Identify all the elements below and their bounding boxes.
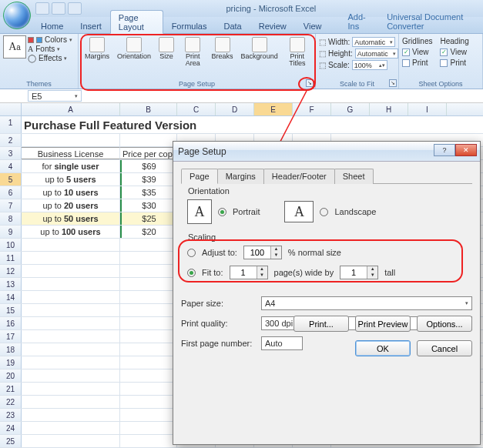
headings-header: Heading [440,37,468,45]
size-button[interactable]: Size [156,35,177,70]
headings-view-checkbox[interactable]: ✓View [440,48,468,56]
themes-icon[interactable]: Aa [3,35,26,59]
tab-page-layout[interactable]: Page Layout [110,10,163,34]
tab-view[interactable]: View [295,18,330,33]
table-header: Price per copy [120,147,177,159]
fonts-button[interactable]: AFonts▾ [28,45,72,53]
cancel-button[interactable]: Cancel [417,340,472,356]
fit-tall-spinner[interactable]: ▲▼ [340,266,378,279]
tab-data[interactable]: Data [215,18,250,33]
col-header[interactable]: E [254,103,293,115]
print-preview-button[interactable]: Print Preview [355,316,411,332]
gridlines-header: Gridlines [402,37,432,45]
dialog-tab-sheet[interactable]: Sheet [334,169,374,184]
tab-formulas[interactable]: Formulas [163,18,216,33]
qat-redo-icon[interactable] [68,2,82,15]
height-label: Height: [328,49,353,58]
col-header[interactable]: C [177,103,216,115]
tab-home[interactable]: Home [32,18,72,33]
fit-suffix: tall [384,268,395,277]
adjust-suffix: % normal size [288,248,341,257]
width-select[interactable]: Automatic▾ [352,37,395,47]
tab-insert[interactable]: Insert [72,18,110,33]
col-header[interactable]: I [408,103,447,115]
adjust-to-spinner[interactable]: ▲▼ [243,246,282,259]
ribbon: Aa Colors▾ AFonts▾ ◯Effects▾ Themes Marg… [0,34,483,89]
group-label-sheet-options: Sheet Options [399,80,482,88]
portrait-radio[interactable] [218,208,226,216]
page-setup-dialog: Page Setup ? ✕ Page Margins Header/Foote… [173,141,481,445]
col-header[interactable]: D [216,103,254,115]
margins-button[interactable]: Margins [82,35,112,70]
group-label-scale: Scale to Fit [316,80,398,88]
paper-size-select[interactable]: A4▾ [261,296,472,310]
first-page-input[interactable]: Auto [261,336,303,350]
portrait-icon: A [187,199,212,224]
width-label: Width: [328,38,350,46]
colors-button[interactable]: Colors▾ [28,35,72,44]
background-button[interactable]: Background [238,35,281,70]
office-button[interactable] [3,2,31,29]
print-area-button[interactable]: Print Area [179,35,207,70]
sheet-title: Purchase Full Featured Version [22,116,407,134]
gridlines-view-checkbox[interactable]: ✓View [402,48,432,56]
col-header[interactable]: H [370,103,408,115]
breaks-button[interactable]: Breaks [209,35,236,70]
scale-label: Scale: [328,61,350,69]
quick-access-toolbar [35,2,82,15]
group-label-themes: Themes [0,80,78,88]
options-button[interactable]: Options... [417,316,472,332]
col-header[interactable]: F [293,103,331,115]
tab-udc[interactable]: Universal Document Converter [378,9,483,33]
gridlines-print-checkbox[interactable]: Print [402,59,432,67]
tab-review[interactable]: Review [250,18,295,33]
paper-size-label: Paper size: [181,299,255,308]
landscape-icon: A [284,201,314,222]
qat-save-icon[interactable] [35,2,49,15]
height-select[interactable]: Automatic▾ [355,48,398,59]
tab-addins[interactable]: Add-Ins [339,9,378,33]
window-title: pricing - Microsoft Excel [226,4,317,13]
print-titles-button[interactable]: Print Titles [283,35,312,70]
dialog-tab-margins[interactable]: Margins [217,169,264,184]
dialog-tabs: Page Margins Header/Footer Sheet [181,168,472,184]
fit-to-radio[interactable] [187,269,196,277]
portrait-label: Portrait [233,207,260,216]
print-quality-label: Print quality: [181,319,255,328]
dialog-titlebar[interactable]: Page Setup ? ✕ [173,142,480,162]
dialog-tab-header-footer[interactable]: Header/Footer [263,169,335,184]
fit-to-label: Fit to: [202,268,223,277]
dialog-title: Page Setup [178,146,226,157]
fit-wide-spinner[interactable]: ▲▼ [230,266,268,279]
headings-print-checkbox[interactable]: Print [440,59,468,67]
effects-button[interactable]: ◯Effects▾ [28,54,72,62]
orientation-fieldset: Orientation A Portrait A Landscape [181,192,472,230]
dialog-tab-page[interactable]: Page [181,169,218,184]
dialog-help-button[interactable]: ? [434,144,455,156]
col-header[interactable]: G [331,103,370,115]
first-page-label: First page number: [181,339,255,348]
print-button[interactable]: Print... [293,316,349,332]
col-header[interactable]: B [120,103,177,115]
column-headers: A B C D E F G H I [0,103,483,116]
adjust-to-label: Adjust to: [202,248,237,257]
dialog-close-button[interactable]: ✕ [455,144,477,156]
group-label-page-setup: Page Setup [79,80,315,88]
qat-undo-icon[interactable] [52,2,65,15]
orientation-button[interactable]: Orientation [114,35,154,70]
table-header: Business License [22,147,120,159]
fit-mid-label: page(s) wide by [274,268,334,277]
landscape-radio[interactable] [320,208,328,216]
adjust-to-radio[interactable] [187,249,196,257]
landscape-label: Landscape [334,207,376,216]
col-header[interactable]: A [22,103,120,115]
formula-bar: E5▾ [0,89,483,103]
scaling-fieldset: Scaling Adjust to: ▲▼ % normal size Fit … [181,238,472,290]
scale-spinner[interactable]: 100%▴▾ [352,60,387,70]
ok-button[interactable]: OK [355,340,411,356]
name-box[interactable]: E5▾ [28,90,82,102]
ribbon-tabs: Home Insert Page Layout Formulas Data Re… [0,17,483,34]
